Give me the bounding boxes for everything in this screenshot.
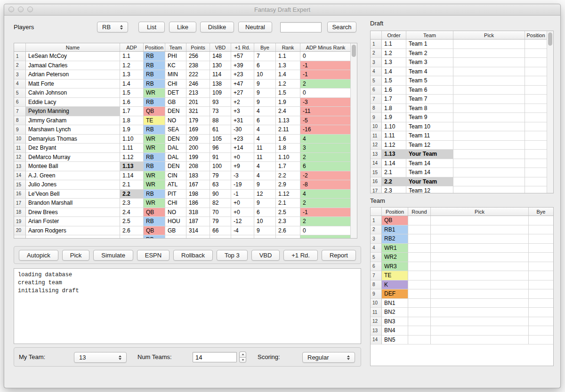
table-row[interactable]: 3RB2 [371,234,553,244]
table-row[interactable]: 91.9Team 9 [371,113,553,122]
stepper-up-icon[interactable] [239,352,246,357]
action-button-vbd[interactable]: VBD [251,250,280,261]
table-row[interactable]: 71.7Team 7 [371,95,553,104]
vertical-scrollbar[interactable] [350,43,357,238]
table-row[interactable]: 17Brandon Marshall2.3WRCHI18682+092.12 [14,199,357,208]
close-icon[interactable] [8,7,14,12]
rank-column-header[interactable]: Rank [276,43,300,51]
table-row[interactable]: 7Peyton Manning1.7QBDEN32173+342.4-11 [14,107,357,116]
filter-button-like[interactable]: Like [169,22,196,32]
table-row[interactable]: 131.13Your Team [371,150,553,159]
table-row[interactable]: 9DEF [371,289,553,299]
table-row[interactable]: 5WR2 [371,253,553,262]
bye-column-header[interactable]: Bye [254,43,276,51]
table-row[interactable]: 9Marshawn Lynch1.9RBSEA16961-3042.11-16 [14,125,357,135]
adp-minus-rank-column-header[interactable]: ADP Minus Rank [300,43,351,51]
pick-column-header[interactable]: Pick [453,31,525,39]
filter-button-list[interactable]: List [138,22,165,32]
round-column-header[interactable]: Round [408,208,431,216]
table-row[interactable]: RB [14,235,357,239]
table-row[interactable]: 13Montee Ball1.13RBDEN208100+941.76 [14,162,357,171]
table-row[interactable]: 31.3Team 3 [371,58,553,67]
log-console[interactable]: loading databasecreating teaminitialisin… [14,268,361,344]
table-row[interactable]: 1QB [371,216,553,225]
table-row[interactable]: 111.11Team 11 [371,131,553,141]
table-row[interactable]: 6Eddie Lacy1.6RBGB20193+291.9-3 [14,98,357,107]
table-row[interactable]: 101.10Team 10 [371,122,553,132]
table-row[interactable]: 152.1Team 14 [371,168,553,177]
table-row[interactable]: 11.1Team 1 [371,40,553,49]
table-row[interactable]: 4Matt Forte1.4RBCHI246138+4791.22 [14,80,357,89]
pick-column-header[interactable]: Pick [431,208,529,216]
filter-button-dislike[interactable]: Dislike [200,22,234,32]
position-column-header[interactable]: Position [382,208,408,216]
table-row[interactable]: 14BN5 [371,336,553,345]
table-row[interactable]: 8K [371,280,553,290]
table-row[interactable]: 13BN4 [371,326,553,336]
action-button--1-rd-[interactable]: +1 Rd. [283,250,318,261]
action-button-espn[interactable]: ESPN [137,250,170,261]
team-column-header[interactable]: Team [165,43,186,51]
table-row[interactable]: 172.3Team 12 [371,186,553,193]
table-row[interactable]: 12BN3 [371,317,553,327]
table-row[interactable]: 16Le'Veon Bell2.2RBPIT19890-1121.124 [14,190,357,199]
bye-column-header[interactable]: Bye [529,208,554,216]
action-button-pick[interactable]: Pick [62,250,90,261]
stepper-down-icon[interactable] [239,357,246,363]
table-row[interactable]: 41.4Team 4 [371,67,553,77]
scoring-popup[interactable]: Regular [302,352,355,363]
table-row[interactable]: 1LeSean McCoy1.1RBPHI256148+5771.10 [14,52,357,61]
table-row[interactable]: 121.12Team 12 [371,141,553,150]
position-filter-popup[interactable]: RB [97,22,128,32]
action-button-top-3[interactable]: Top 3 [217,250,248,261]
table-row[interactable]: 2Jamaal Charles1.2RBKC238130+3961.3-1 [14,61,357,71]
table-row[interactable]: 162.2Your Team [371,177,553,187]
table-row[interactable]: 2RB1 [371,225,553,235]
vertical-scrollbar[interactable] [547,31,553,193]
table-row[interactable]: 12DeMarco Murray1.12RBDAL19991+0111.102 [14,153,357,162]
minimize-icon[interactable] [18,7,24,12]
adp-column-header[interactable]: ADP [120,43,144,51]
table-row[interactable]: 10BN1 [371,299,553,308]
table-row[interactable]: 10Demaryius Thomas1.10WRDEN209105+2341.6… [14,135,357,144]
table-row[interactable]: 20Aaron Rodgers2.6QBGB31466-492.60 [14,226,357,236]
fullscreen-icon[interactable] [27,7,33,12]
table-row[interactable]: 7TE [371,271,553,280]
num-teams-stepper[interactable] [239,352,246,363]
points-column-header[interactable]: Points [186,43,210,51]
table-row[interactable]: 18Drew Brees2.4QBNO31870+062.5-1 [14,208,357,217]
table-row[interactable]: 19Arian Foster2.5RBHOU18779-12102.32 [14,217,357,226]
action-button-rollback[interactable]: Rollback [173,250,213,261]
vbd-column-header[interactable]: VBD [210,43,231,51]
position-column-header[interactable]: Position [144,43,165,51]
team-column-header[interactable]: Team [406,31,453,39]
search-input[interactable] [280,22,322,32]
num-teams-input[interactable] [193,352,237,362]
table-row[interactable]: 11Dez Bryant1.11WRDAL20096+14111.83 [14,144,357,153]
table-row[interactable]: 11BN2 [371,308,553,317]
my-team-popup[interactable]: 13 [74,352,127,363]
table-row[interactable]: 81.8Team 8 [371,104,553,113]
search-button[interactable]: Search [327,22,356,32]
table-row[interactable]: 21.2Team 2 [371,49,553,58]
position-column-header[interactable]: Position [525,31,547,39]
scrollbar-thumb[interactable] [352,45,356,57]
table-row[interactable]: 15Julio Jones2.1WRATL16763-1992.9-8 [14,180,357,190]
scrollbar-thumb[interactable] [548,32,552,46]
action-button-simulate[interactable]: Simulate [93,250,133,261]
table-row[interactable]: 5Calvin Johnson1.5WRDET213109+2791.50 [14,88,357,98]
order-column-header[interactable]: Order [382,31,406,39]
table-row[interactable]: 3Adrian Peterson1.3RBMIN222114+23101.4-1 [14,70,357,80]
table-row[interactable]: 4WR1 [371,244,553,253]
action-button-report[interactable]: Report [322,250,356,261]
table-row[interactable]: 51.5Team 5 [371,76,553,86]
name-column-header[interactable]: Name [26,43,120,51]
table-row[interactable]: 8Jimmy Graham1.8TENO17988+3161.13-5 [14,116,357,126]
action-button-autopick[interactable]: Autopick [19,250,58,261]
table-row[interactable]: 6WR3 [371,262,553,272]
filter-button-neutral[interactable]: Neutral [238,22,272,32]
table-row[interactable]: 14A.J. Green1.14WRCIN18379-342.2-2 [14,171,357,181]
table-row[interactable]: 141.14Team 14 [371,159,553,168]
plus1rd-column-header[interactable]: +1 Rd. [231,43,254,51]
table-row[interactable]: 61.6Team 6 [371,86,553,95]
